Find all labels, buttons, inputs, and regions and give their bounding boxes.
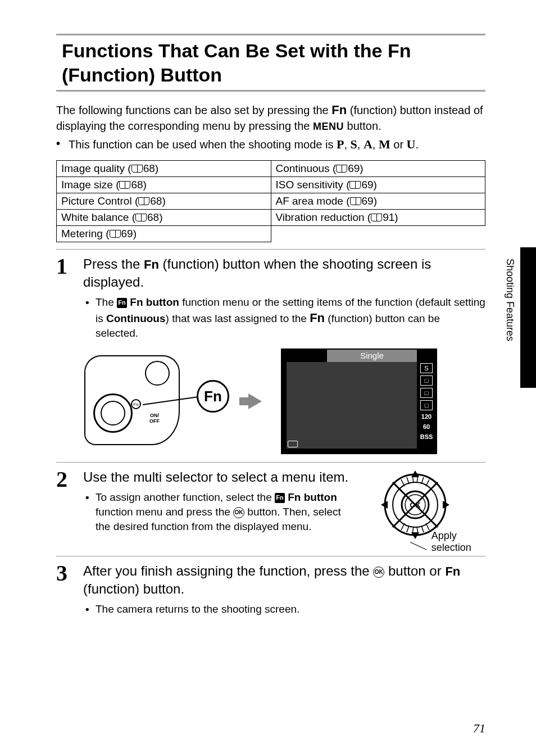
- step-3: 3 After you finish assigning the functio…: [56, 556, 485, 616]
- lcd-title: Single: [327, 350, 417, 362]
- table-cell: AF area mode (69): [271, 193, 485, 210]
- page-ref-icon: [349, 181, 361, 189]
- step-1-bullet: The Fn Fn button function menu or the se…: [96, 295, 485, 341]
- fn-glyph: Fn: [445, 564, 460, 578]
- lcd-side-icons: S □ □ □ 120 60 BSS: [419, 363, 434, 441]
- mode-a: A: [364, 137, 373, 151]
- camera-diagram: Fn ON/ OFF Fn: [83, 351, 229, 452]
- intro-text-c: button.: [344, 120, 381, 132]
- intro-bullet-a: This function can be used when the shoot…: [69, 138, 337, 151]
- bullet-dot: •: [85, 602, 96, 617]
- step-2-bullet: To assign another function, select the F…: [96, 490, 352, 533]
- table-cell: Image size (68): [57, 177, 271, 193]
- s1-bb: Fn button: [130, 296, 179, 308]
- lcd-inner: [287, 362, 417, 449]
- s2-bc: function menu and press the: [96, 506, 233, 518]
- s1-bd: Continuous: [106, 313, 166, 324]
- fn-glyph: Fn: [331, 103, 347, 117]
- page-ref-icon: [131, 165, 143, 173]
- table-cell: Image quality (68): [57, 161, 271, 177]
- menu-glyph: MENU: [313, 121, 344, 132]
- table-cell: White balance (68): [57, 210, 271, 226]
- page-ref-icon: [138, 197, 149, 205]
- step-3-heading: After you finish assigning the function,…: [83, 562, 485, 597]
- table-cell: Vibration reduction (91): [271, 210, 485, 226]
- table-cell: ISO sensitivity (69): [271, 177, 485, 193]
- s1-head-a: Press the: [83, 256, 144, 271]
- page-ref-icon: [336, 165, 347, 173]
- fn-square-icon: Fn: [275, 493, 285, 503]
- table-cell: Metering (69): [57, 226, 271, 242]
- page-ref-icon: [119, 181, 130, 189]
- fn-callout-circle: Fn: [197, 380, 229, 413]
- table-cell: Picture Control (68): [57, 193, 271, 210]
- arrow-right-icon: [248, 393, 262, 409]
- mode-m: M: [379, 137, 390, 151]
- lcd-text: 60: [420, 423, 433, 431]
- fn-square-icon: Fn: [117, 298, 127, 308]
- shutter-button-icon: [145, 361, 170, 386]
- functions-table: Image quality (68)Continuous (69)Image s…: [56, 160, 485, 242]
- page-ref-icon: [135, 214, 147, 221]
- step-1: 1 Press the Fn (function) button when th…: [56, 249, 485, 460]
- mode-p: P: [337, 137, 344, 151]
- table-row: Picture Control (68)AF area mode (69): [57, 193, 485, 210]
- lcd-corner-icon: [288, 441, 298, 447]
- intro-bullet-c: .: [416, 138, 419, 151]
- multi-selector-diagram: OK Apply selection: [362, 468, 485, 554]
- fn-glyph: Fn: [144, 257, 159, 271]
- ok-button-icon: OK: [233, 507, 244, 518]
- section-side-label: Shooting Features: [504, 259, 516, 341]
- side-tab: [520, 247, 536, 388]
- intro-text-a: The following functions can be also set …: [56, 104, 331, 116]
- intro-bullet-b: or: [390, 138, 407, 151]
- bullet-dot: •: [85, 490, 96, 533]
- step-2: 2 Use the multi selector to select a men…: [56, 462, 485, 554]
- bullet-dot: •: [56, 136, 69, 153]
- table-cell: Continuous (69): [271, 161, 485, 177]
- intro-paragraph: The following functions can be also set …: [56, 102, 485, 152]
- page-number: 71: [473, 721, 485, 736]
- table-cell: [271, 226, 485, 242]
- table-row: Metering (69): [57, 226, 485, 242]
- ok-button-icon: OK: [373, 567, 384, 578]
- step-1-illustration: Fn ON/ OFF Fn Single S □ □ □ 120 60 BSS: [83, 348, 485, 454]
- lcd-text: 120: [420, 413, 433, 420]
- fn-glyph: Fn: [310, 311, 325, 325]
- bullet-dot: •: [85, 295, 96, 341]
- lcd-text: BSS: [420, 433, 433, 441]
- lcd-icon: □: [420, 375, 433, 386]
- s1-be: ) that was last assigned to the: [166, 313, 310, 324]
- step-2-heading: Use the multi selector to select a menu …: [83, 468, 352, 486]
- step-1-heading: Press the Fn (function) button when the …: [83, 255, 485, 291]
- step-1-number: 1: [56, 255, 73, 460]
- page-ref-icon: [350, 197, 361, 205]
- page-title: Functions That Can Be Set with the Fn (F…: [56, 34, 485, 92]
- lcd-icon: S: [420, 363, 433, 373]
- fn-button-small-icon: Fn: [131, 399, 141, 409]
- step-2-number: 2: [56, 468, 73, 554]
- page-ref-icon: [110, 230, 121, 238]
- step-3-number: 3: [56, 562, 73, 616]
- s3-ha: After you finish assigning the function,…: [83, 563, 373, 578]
- callout-line: [410, 542, 426, 550]
- lcd-icon: □: [420, 388, 433, 398]
- lcd-preview: Single S □ □ □ 120 60 BSS: [281, 348, 437, 454]
- intro-bullet: This function can be used when the shoot…: [69, 136, 419, 153]
- mode-u: U: [407, 137, 416, 151]
- s2-bb: Fn button: [288, 491, 337, 503]
- apply-selection-label: Apply selection: [431, 530, 485, 554]
- mode-s: S: [351, 137, 357, 151]
- s1-ba: The: [96, 296, 117, 308]
- page-ref-icon: [371, 214, 382, 221]
- s3-hc: (function) button.: [83, 581, 184, 596]
- table-row: White balance (68)Vibration reduction (9…: [57, 210, 485, 226]
- mode-dial-icon: [93, 393, 133, 433]
- lcd-icon: □: [420, 400, 433, 410]
- s2-ba: To assign another function, select the: [96, 491, 275, 503]
- step-3-bullet: The camera returns to the shooting scree…: [96, 602, 485, 617]
- table-row: Image quality (68)Continuous (69): [57, 161, 485, 177]
- s3-hb: button or: [384, 563, 445, 578]
- on-off-label: ON/ OFF: [149, 413, 160, 424]
- table-row: Image size (68)ISO sensitivity (69): [57, 177, 485, 193]
